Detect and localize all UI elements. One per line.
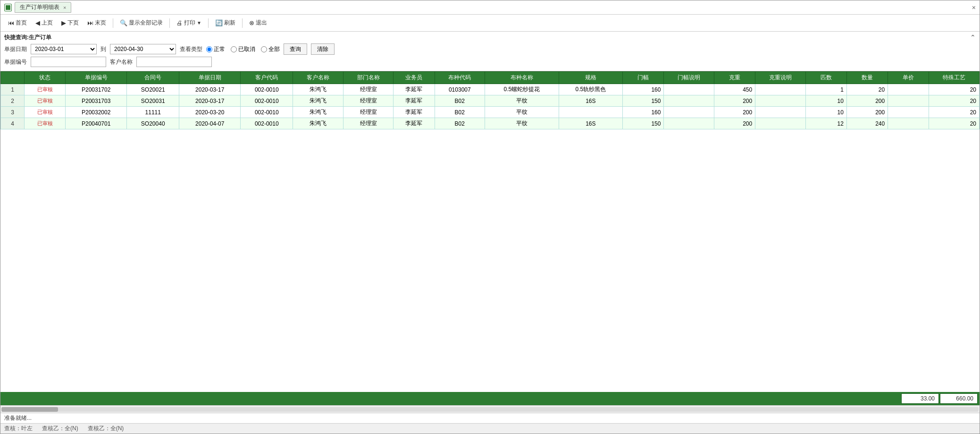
table-cell: 李延军 xyxy=(394,84,435,95)
table-cell xyxy=(888,118,929,129)
next-page-button[interactable]: ▶ 下页 xyxy=(58,17,83,28)
table-cell: 150 xyxy=(623,95,664,107)
table-cell: 200 xyxy=(846,95,888,107)
table-cell: 4 xyxy=(1,118,25,129)
table-cell xyxy=(888,107,929,118)
query-button[interactable]: 查询 xyxy=(284,43,307,55)
col-header-spec: 规格 xyxy=(559,72,623,84)
table-cell: 2020-03-17 xyxy=(179,84,241,95)
table-cell: 0.5螺蛇纱提花 xyxy=(485,84,559,95)
radio-cancelled[interactable] xyxy=(231,46,237,52)
customer-input[interactable] xyxy=(136,57,212,67)
table-cell xyxy=(664,95,714,107)
table-cell: 经理室 xyxy=(343,84,393,95)
table-cell: 20 xyxy=(929,84,980,95)
table-row[interactable]: 2已审核P20031703SO200312020-03-17002-0010朱鸿… xyxy=(1,95,980,107)
status-text: 准备就绪... xyxy=(4,414,32,422)
exit-button[interactable]: ⊗ 退出 xyxy=(245,17,271,28)
table-cell: 经理室 xyxy=(343,118,393,129)
table-cell: 平纹 xyxy=(485,118,559,129)
table-cell xyxy=(559,107,623,118)
refresh-icon: 🔄 xyxy=(215,19,223,26)
collapse-button[interactable]: ⌃ xyxy=(970,34,976,41)
table-cell xyxy=(755,84,805,95)
tab-close-button[interactable]: × xyxy=(63,5,66,10)
table-cell: P20031703 xyxy=(66,95,127,107)
separator-1 xyxy=(113,18,113,28)
table-container[interactable]: 状态 单据编号 合同号 单据日期 客户代码 客户名称 部门名称 业务员 布种代码… xyxy=(0,71,980,392)
table-cell: 2020-04-07 xyxy=(179,118,241,129)
date-label: 单据日期 xyxy=(4,45,27,53)
refresh-button[interactable]: 🔄 刷新 xyxy=(211,17,239,28)
table-cell: B02 xyxy=(435,107,485,118)
data-table: 状态 单据编号 合同号 单据日期 客户代码 客户名称 部门名称 业务员 布种代码… xyxy=(0,71,980,129)
clear-button[interactable]: 清除 xyxy=(311,43,335,55)
table-cell: 已审核 xyxy=(25,84,66,95)
radio-all-item[interactable]: 全部 xyxy=(261,45,280,53)
table-cell: 已审核 xyxy=(25,107,66,118)
col-header-status: 状态 xyxy=(25,72,66,84)
col-header-dept: 部门名称 xyxy=(343,72,393,84)
scroll-track[interactable] xyxy=(1,407,979,412)
table-cell xyxy=(664,118,714,129)
radio-normal-item[interactable]: 正常 xyxy=(206,45,225,53)
col-header-weight: 克重 xyxy=(714,72,755,84)
radio-all[interactable] xyxy=(261,46,267,52)
col-header-fabriccode: 布种代码 xyxy=(435,72,485,84)
table-cell: SO20031 xyxy=(127,95,179,107)
print-button[interactable]: 🖨 打印 ▼ xyxy=(173,17,205,28)
doc-num-input[interactable] xyxy=(31,57,106,67)
quick-search-panel: 快捷查询:生产订单 ⌃ 单据日期 2020-03-01 到 2020-04-30… xyxy=(0,32,980,71)
date-from-select[interactable]: 2020-03-01 xyxy=(31,44,97,54)
table-cell: 2 xyxy=(1,95,25,107)
table-cell: 16S xyxy=(559,95,623,107)
table-cell: 20 xyxy=(929,107,980,118)
review2-label: 查核乙：全(N) xyxy=(88,425,124,433)
prev-page-button[interactable]: ◀ 上页 xyxy=(32,17,57,28)
show-all-button[interactable]: 🔍 显示全部记录 xyxy=(116,17,167,28)
print-dropdown-icon: ▼ xyxy=(197,20,201,26)
radio-cancelled-item[interactable]: 已取消 xyxy=(231,45,255,53)
table-cell: 经理室 xyxy=(343,95,393,107)
print-icon: 🖨 xyxy=(176,19,183,26)
table-cell: 16S xyxy=(559,118,623,129)
main-content: 状态 单据编号 合同号 单据日期 客户代码 客户名称 部门名称 业务员 布种代码… xyxy=(0,71,980,413)
col-header-rownum xyxy=(1,72,25,84)
review-label: 查核乙：全(N) xyxy=(42,425,78,433)
table-cell: 240 xyxy=(846,118,888,129)
last-icon: ⏭ xyxy=(87,19,93,26)
next-icon: ▶ xyxy=(61,19,66,26)
table-cell: 10 xyxy=(805,107,846,118)
table-cell: 李延军 xyxy=(394,107,435,118)
to-label: 到 xyxy=(101,45,106,53)
table-cell: 2020-03-17 xyxy=(179,95,241,107)
search-row-2: 单据编号 客户名称 xyxy=(4,57,976,67)
table-cell xyxy=(755,107,805,118)
table-cell: 002-0010 xyxy=(241,95,293,107)
col-header-sales: 业务员 xyxy=(394,72,435,84)
scroll-thumb[interactable] xyxy=(1,407,58,412)
first-page-button[interactable]: ⏮ 首页 xyxy=(4,17,31,28)
table-cell xyxy=(888,95,929,107)
prev-icon: ◀ xyxy=(35,19,40,26)
horizontal-scrollbar[interactable] xyxy=(0,405,980,413)
date-to-select[interactable]: 2020-04-30 xyxy=(110,44,176,54)
title-tab[interactable]: 生产订单明细表 × xyxy=(15,2,71,13)
radio-normal[interactable] xyxy=(206,46,212,52)
table-row[interactable]: 3已审核P20032002111112020-03-20002-0010朱鸿飞经… xyxy=(1,107,980,118)
doc-num-label: 单据编号 xyxy=(4,58,27,66)
separator-4 xyxy=(242,18,243,28)
app-window: 生产订单明细表 × × ⏮ 首页 ◀ 上页 ▶ 下页 ⏭ 末页 🔍 显示全部记录… xyxy=(0,0,980,434)
table-row[interactable]: 4已审核P20040701SO200402020-04-07002-0010朱鸿… xyxy=(1,118,980,129)
table-cell: 李延军 xyxy=(394,95,435,107)
col-header-contract: 合同号 xyxy=(127,72,179,84)
col-header-widthdesc: 门幅说明 xyxy=(664,72,714,84)
window-close-button[interactable]: × xyxy=(972,4,976,11)
table-cell: P20031702 xyxy=(66,84,127,95)
table-cell: 朱鸿飞 xyxy=(293,107,343,118)
table-row[interactable]: 1已审核P20031702SO200212020-03-17002-0010朱鸿… xyxy=(1,84,980,95)
table-cell: P20040701 xyxy=(66,118,127,129)
last-page-button[interactable]: ⏭ 末页 xyxy=(84,17,110,28)
table-cell: 200 xyxy=(714,118,755,129)
table-cell xyxy=(755,95,805,107)
